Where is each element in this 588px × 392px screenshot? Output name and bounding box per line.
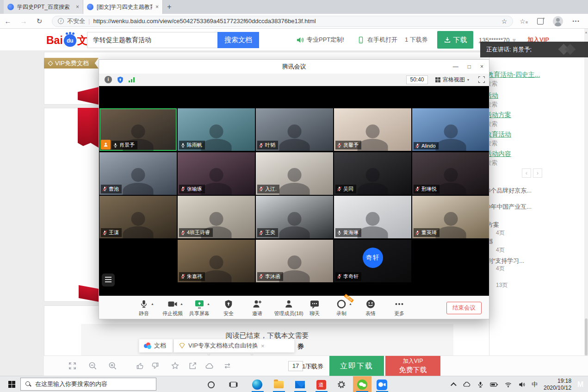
cloud-icon[interactable]: [205, 361, 214, 370]
related-link[interactable]: 活动: [489, 91, 582, 100]
recommended-doc[interactable]: 方案: [489, 221, 582, 229]
browser-tab-2[interactable]: [图文]学习四史主题教育活动-四... ×: [83, 0, 163, 14]
tab-close-icon[interactable]: ×: [76, 4, 79, 10]
participant-tile[interactable]: 4班王诗睿: [178, 196, 255, 238]
close-icon[interactable]: ×: [480, 63, 483, 70]
recommended-doc[interactable]: 器: [489, 237, 582, 246]
meeting-tool-dots[interactable]: 更多: [394, 299, 404, 317]
edge-icon[interactable]: [252, 379, 263, 390]
page-number-input[interactable]: 17: [288, 361, 303, 371]
task-view-icon[interactable]: [228, 379, 239, 390]
participant-tile[interactable]: 入江.: [256, 152, 333, 195]
fullscreen-toggle-icon[interactable]: [478, 76, 485, 83]
doc-search-button[interactable]: 搜索文档: [217, 32, 259, 48]
tray-expand-icon[interactable]: [451, 382, 457, 388]
participant-tile[interactable]: 王奕: [256, 196, 333, 238]
open-on-phone[interactable]: 在手机打开: [357, 29, 397, 51]
tab-close-icon[interactable]: ×: [155, 4, 159, 10]
settings-gear-icon[interactable]: [336, 379, 347, 390]
participant-tile[interactable]: 邢琳悦: [412, 152, 489, 195]
share-icon[interactable]: [188, 361, 197, 370]
expand-arrow-icon[interactable]: ▲: [151, 302, 154, 305]
participant-tile[interactable]: 奇轩李奇轩: [334, 240, 411, 282]
taskbar-search[interactable]: 在这里输入你要搜索的内容: [20, 378, 156, 391]
meeting-shield-icon[interactable]: [117, 76, 124, 84]
expand-arrow-icon[interactable]: ▲: [349, 302, 352, 305]
meeting-tool-shield[interactable]: 安全: [223, 299, 234, 317]
minimize-icon[interactable]: —: [453, 63, 458, 70]
participant-tile[interactable]: 曹池: [99, 152, 177, 195]
participant-tile[interactable]: 陈雨帆: [178, 108, 255, 151]
volume-icon[interactable]: [518, 381, 526, 388]
tray-mic-icon[interactable]: [477, 381, 484, 388]
recommended-doc[interactable]: 到“支持学习...: [489, 257, 582, 265]
collections-icon[interactable]: +: [537, 18, 544, 25]
meeting-tool-share[interactable]: ▲共享屏幕: [189, 299, 210, 317]
scroll-thumb[interactable]: [585, 318, 588, 355]
download-now-button[interactable]: 立即下载: [329, 356, 384, 376]
battery-icon[interactable]: [490, 381, 498, 388]
end-meeting-button[interactable]: 结束会议: [446, 302, 482, 314]
taskbar-clock[interactable]: 19:182020/10/12: [544, 378, 571, 392]
cortana-icon[interactable]: [205, 379, 217, 390]
ppt-service[interactable]: 专业PPT定制!: [296, 29, 344, 51]
download-button[interactable]: 下载: [437, 31, 473, 49]
recommended-doc[interactable]: 3个品牌好京东...: [489, 187, 582, 195]
wifi-icon[interactable]: [504, 381, 512, 388]
url-box[interactable]: i 不安全 | https://wenku.baidu.com/view/ce5…: [52, 16, 513, 27]
participant-tile[interactable]: 朱嘉祎: [178, 240, 255, 282]
participant-tile[interactable]: 叶韬: [256, 108, 333, 151]
back-icon[interactable]: ←: [0, 17, 16, 25]
browser-tab-1[interactable]: 学四史PPT_百度搜索 ×: [4, 0, 83, 14]
next-page-icon[interactable]: ›: [533, 168, 542, 178]
participant-list-toggle[interactable]: [102, 274, 115, 286]
meeting-tool-chat[interactable]: 聊天: [309, 299, 320, 317]
dislike-icon[interactable]: [151, 361, 160, 370]
related-link[interactable]: 教育活动: [489, 130, 582, 139]
fullscreen-icon[interactable]: [68, 361, 77, 370]
favorite-star-icon[interactable]: [171, 361, 179, 370]
page-scrollbar[interactable]: ▲: [584, 29, 588, 376]
related-link[interactable]: 活动内容: [489, 149, 582, 158]
recommended-doc[interactable]: 0年中国产业互...: [489, 203, 582, 211]
meeting-tool-mic[interactable]: ▲静音: [139, 299, 149, 317]
participant-tile[interactable]: 张喻琢: [178, 152, 255, 195]
mail-icon[interactable]: [294, 379, 305, 390]
start-button[interactable]: [8, 381, 15, 388]
profile-avatar[interactable]: [553, 16, 563, 26]
new-tab-button[interactable]: +: [163, 0, 176, 14]
zoom-out-icon[interactable]: [88, 361, 97, 370]
wechat-icon[interactable]: [357, 379, 368, 390]
expand-arrow-icon[interactable]: ▲: [207, 302, 210, 305]
convert-icon[interactable]: [223, 361, 232, 370]
reload-icon[interactable]: ↻: [31, 17, 47, 25]
ime-indicator[interactable]: 中: [532, 380, 538, 389]
browser-menu-icon[interactable]: ···: [572, 17, 580, 25]
favorites-icon[interactable]: ☆≡: [520, 18, 528, 25]
doc-converter-chip[interactable]: 文档: [139, 339, 173, 353]
tooltip-close-icon[interactable]: ×: [261, 342, 265, 349]
search-action[interactable]: 搜索: [489, 119, 582, 128]
youdao-dict-icon[interactable]: 道: [316, 379, 327, 390]
meeting-tool-invite[interactable]: 邀请: [252, 299, 262, 317]
related-link[interactable]: 活动方案: [489, 111, 582, 119]
participant-tile[interactable]: 吴同: [334, 152, 411, 195]
meeting-tool-smile[interactable]: 表情: [365, 299, 376, 317]
maximize-icon[interactable]: □: [468, 63, 471, 70]
zoom-in-icon[interactable]: [108, 361, 117, 370]
like-icon[interactable]: [136, 361, 144, 370]
meeting-tool-cam[interactable]: ▲停止视频: [162, 299, 183, 317]
meeting-tool-record[interactable]: ▲NEW录制: [336, 299, 347, 317]
vip-convert-tooltip[interactable]: VIP专享文档格式自由转换 ×: [173, 339, 295, 353]
search-action[interactable]: 搜索: [489, 139, 582, 148]
join-vip-download-button[interactable]: 加入VIP 免费下载: [385, 356, 440, 376]
participant-tile[interactable]: 肖景予: [99, 108, 177, 151]
tencent-meeting-icon[interactable]: [376, 379, 387, 390]
related-link[interactable]: 教育活动-四史主...: [489, 70, 582, 79]
participant-tile[interactable]: 李沐函: [256, 240, 333, 282]
scroll-up-icon[interactable]: ▲: [584, 31, 588, 34]
prev-page-icon[interactable]: ‹: [522, 168, 531, 178]
bookmark-star-icon[interactable]: ☆: [501, 18, 508, 25]
participant-tile[interactable]: 董英琦: [412, 196, 489, 238]
forward-icon[interactable]: →: [16, 17, 31, 25]
